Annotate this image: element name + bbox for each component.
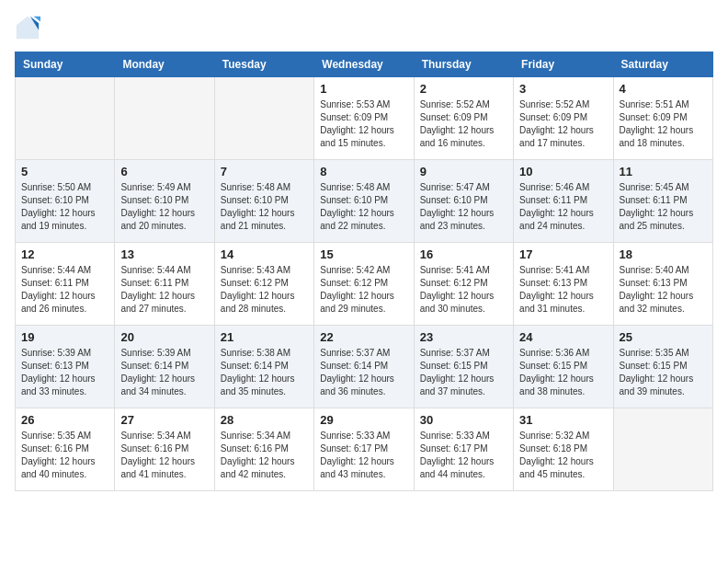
day-info: Sunrise: 5:43 AMSunset: 6:12 PMDaylight:…: [221, 264, 308, 316]
day-number: 21: [221, 330, 308, 344]
weekday-header-row: SundayMondayTuesdayWednesdayThursdayFrid…: [16, 52, 713, 77]
calendar-cell: 10Sunrise: 5:46 AMSunset: 6:11 PMDayligh…: [514, 160, 613, 243]
calendar-cell: [214, 77, 313, 160]
day-number: 3: [519, 82, 607, 96]
day-info: Sunrise: 5:35 AMSunset: 6:15 PMDaylight:…: [620, 347, 707, 398]
calendar-cell: 24Sunrise: 5:36 AMSunset: 6:15 PMDayligh…: [514, 326, 613, 408]
day-number: 10: [519, 165, 607, 178]
day-number: 1: [320, 82, 407, 96]
day-info: Sunrise: 5:44 AMSunset: 6:11 PMDaylight:…: [120, 264, 208, 316]
calendar-cell: 9Sunrise: 5:47 AMSunset: 6:10 PMDaylight…: [414, 160, 513, 243]
day-info: Sunrise: 5:41 AMSunset: 6:12 PMDaylight:…: [420, 264, 507, 316]
calendar-week-row: 1Sunrise: 5:53 AMSunset: 6:09 PMDaylight…: [16, 77, 713, 160]
calendar-cell: [16, 77, 115, 160]
day-info: Sunrise: 5:46 AMSunset: 6:11 PMDaylight:…: [519, 181, 607, 233]
calendar-cell: 22Sunrise: 5:37 AMSunset: 6:14 PMDayligh…: [314, 326, 414, 408]
calendar-cell: 18Sunrise: 5:40 AMSunset: 6:13 PMDayligh…: [613, 243, 712, 326]
calendar-cell: 2Sunrise: 5:52 AMSunset: 6:09 PMDaylight…: [414, 77, 513, 160]
day-number: 26: [21, 413, 108, 427]
day-number: 23: [420, 330, 507, 344]
calendar-cell: 5Sunrise: 5:50 AMSunset: 6:10 PMDaylight…: [16, 160, 115, 243]
day-number: 27: [120, 413, 208, 427]
page-header: [15, 15, 713, 40]
calendar-cell: 6Sunrise: 5:49 AMSunset: 6:10 PMDaylight…: [115, 160, 214, 243]
calendar-week-row: 19Sunrise: 5:39 AMSunset: 6:13 PMDayligh…: [16, 326, 713, 408]
calendar-cell: 29Sunrise: 5:33 AMSunset: 6:17 PMDayligh…: [314, 408, 414, 491]
calendar-cell: 13Sunrise: 5:44 AMSunset: 6:11 PMDayligh…: [115, 243, 214, 326]
day-info: Sunrise: 5:36 AMSunset: 6:15 PMDaylight:…: [519, 347, 607, 398]
day-info: Sunrise: 5:52 AMSunset: 6:09 PMDaylight:…: [420, 98, 507, 150]
day-number: 2: [420, 82, 507, 96]
calendar-cell: 21Sunrise: 5:38 AMSunset: 6:14 PMDayligh…: [214, 326, 313, 408]
calendar-cell: 17Sunrise: 5:41 AMSunset: 6:13 PMDayligh…: [514, 243, 613, 326]
calendar-cell: 12Sunrise: 5:44 AMSunset: 6:11 PMDayligh…: [16, 243, 115, 326]
day-info: Sunrise: 5:48 AMSunset: 6:10 PMDaylight:…: [320, 181, 407, 233]
calendar-cell: 23Sunrise: 5:37 AMSunset: 6:15 PMDayligh…: [414, 326, 513, 408]
day-number: 12: [21, 247, 108, 261]
day-number: 24: [519, 330, 607, 344]
calendar-cell: 25Sunrise: 5:35 AMSunset: 6:15 PMDayligh…: [613, 326, 712, 408]
calendar-cell: 19Sunrise: 5:39 AMSunset: 6:13 PMDayligh…: [16, 326, 115, 408]
day-number: 9: [420, 165, 507, 178]
day-info: Sunrise: 5:44 AMSunset: 6:11 PMDaylight:…: [21, 264, 108, 316]
calendar-cell: 3Sunrise: 5:52 AMSunset: 6:09 PMDaylight…: [514, 77, 613, 160]
day-number: 28: [221, 413, 308, 427]
calendar-cell: 11Sunrise: 5:45 AMSunset: 6:11 PMDayligh…: [613, 160, 712, 243]
weekday-header-wednesday: Wednesday: [314, 52, 414, 77]
day-number: 16: [420, 247, 507, 261]
day-number: 6: [120, 165, 208, 178]
day-info: Sunrise: 5:34 AMSunset: 6:16 PMDaylight:…: [120, 430, 208, 481]
calendar-cell: [613, 408, 712, 491]
weekday-header-monday: Monday: [115, 52, 214, 77]
calendar-cell: 28Sunrise: 5:34 AMSunset: 6:16 PMDayligh…: [214, 408, 313, 491]
day-number: 8: [320, 165, 407, 178]
day-number: 5: [21, 165, 108, 178]
day-number: 22: [320, 330, 407, 344]
weekday-header-tuesday: Tuesday: [214, 52, 313, 77]
day-info: Sunrise: 5:51 AMSunset: 6:09 PMDaylight:…: [620, 98, 707, 150]
logo: [15, 15, 46, 40]
calendar-cell: 15Sunrise: 5:42 AMSunset: 6:12 PMDayligh…: [314, 243, 414, 326]
calendar-cell: 8Sunrise: 5:48 AMSunset: 6:10 PMDaylight…: [314, 160, 414, 243]
day-info: Sunrise: 5:33 AMSunset: 6:17 PMDaylight:…: [320, 430, 407, 481]
day-info: Sunrise: 5:45 AMSunset: 6:11 PMDaylight:…: [620, 181, 707, 233]
day-info: Sunrise: 5:37 AMSunset: 6:14 PMDaylight:…: [320, 347, 407, 398]
day-number: 29: [320, 413, 407, 427]
calendar-table: SundayMondayTuesdayWednesdayThursdayFrid…: [15, 52, 713, 491]
day-number: 18: [620, 247, 707, 261]
calendar-cell: 7Sunrise: 5:48 AMSunset: 6:10 PMDaylight…: [214, 160, 313, 243]
day-info: Sunrise: 5:35 AMSunset: 6:16 PMDaylight:…: [21, 430, 108, 481]
logo-icon: [15, 15, 40, 40]
day-info: Sunrise: 5:39 AMSunset: 6:13 PMDaylight:…: [21, 347, 108, 398]
day-number: 4: [620, 82, 707, 96]
calendar-cell: 30Sunrise: 5:33 AMSunset: 6:17 PMDayligh…: [414, 408, 513, 491]
day-info: Sunrise: 5:48 AMSunset: 6:10 PMDaylight:…: [221, 181, 308, 233]
calendar-cell: 31Sunrise: 5:32 AMSunset: 6:18 PMDayligh…: [514, 408, 613, 491]
day-number: 19: [21, 330, 108, 344]
weekday-header-saturday: Saturday: [613, 52, 712, 77]
day-info: Sunrise: 5:33 AMSunset: 6:17 PMDaylight:…: [420, 430, 507, 481]
day-info: Sunrise: 5:50 AMSunset: 6:10 PMDaylight:…: [21, 181, 108, 233]
calendar-week-row: 26Sunrise: 5:35 AMSunset: 6:16 PMDayligh…: [16, 408, 713, 491]
calendar-cell: 14Sunrise: 5:43 AMSunset: 6:12 PMDayligh…: [214, 243, 313, 326]
weekday-header-thursday: Thursday: [414, 52, 513, 77]
day-info: Sunrise: 5:37 AMSunset: 6:15 PMDaylight:…: [420, 347, 507, 398]
calendar-cell: 16Sunrise: 5:41 AMSunset: 6:12 PMDayligh…: [414, 243, 513, 326]
day-info: Sunrise: 5:53 AMSunset: 6:09 PMDaylight:…: [320, 98, 407, 150]
calendar-cell: 20Sunrise: 5:39 AMSunset: 6:14 PMDayligh…: [115, 326, 214, 408]
calendar-cell: 1Sunrise: 5:53 AMSunset: 6:09 PMDaylight…: [314, 77, 414, 160]
day-number: 31: [519, 413, 607, 427]
day-info: Sunrise: 5:42 AMSunset: 6:12 PMDaylight:…: [320, 264, 407, 316]
calendar-cell: 26Sunrise: 5:35 AMSunset: 6:16 PMDayligh…: [16, 408, 115, 491]
weekday-header-friday: Friday: [514, 52, 613, 77]
day-info: Sunrise: 5:41 AMSunset: 6:13 PMDaylight:…: [519, 264, 607, 316]
day-info: Sunrise: 5:32 AMSunset: 6:18 PMDaylight:…: [519, 430, 607, 481]
calendar-cell: 27Sunrise: 5:34 AMSunset: 6:16 PMDayligh…: [115, 408, 214, 491]
svg-marker-0: [17, 17, 39, 39]
day-number: 14: [221, 247, 308, 261]
day-info: Sunrise: 5:49 AMSunset: 6:10 PMDaylight:…: [120, 181, 208, 233]
day-number: 30: [420, 413, 507, 427]
day-info: Sunrise: 5:39 AMSunset: 6:14 PMDaylight:…: [120, 347, 208, 398]
day-number: 11: [620, 165, 707, 178]
day-number: 20: [120, 330, 208, 344]
